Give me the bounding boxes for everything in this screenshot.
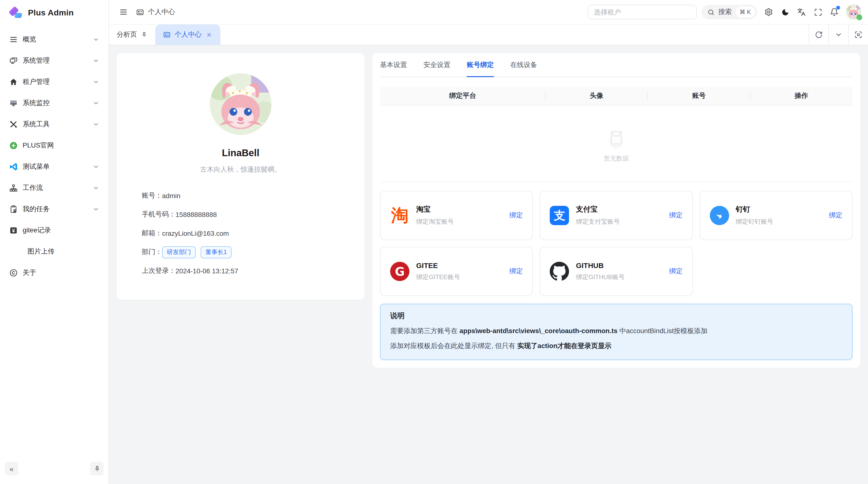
chevron-down-icon [93, 163, 99, 170]
fullscreen-icon [814, 8, 822, 16]
binding-title: 淘宝 [416, 205, 509, 214]
idcard-icon [163, 31, 171, 39]
tab-analytics[interactable]: 分析页 [109, 25, 155, 45]
sidebar-item-workflow[interactable]: 工作流 [4, 179, 104, 198]
dark-mode-toggle[interactable] [777, 4, 793, 20]
bind-gitee-link[interactable]: 绑定 [509, 267, 523, 276]
binding-title: GITHUB [576, 261, 669, 269]
profile-name: LinaBell [142, 148, 340, 159]
empty-state: 暂无数据 [380, 105, 852, 182]
chevron-down-icon [93, 57, 99, 64]
sidebar: Plus Admin 概览 系统管理 租户管理 [0, 0, 109, 484]
tenant-select-input[interactable] [588, 5, 696, 19]
chevron-down-icon [93, 78, 99, 85]
monitor-icon [9, 99, 18, 107]
dingtalk-icon [710, 206, 729, 225]
search-icon [707, 8, 714, 16]
profile-avatar [210, 73, 272, 135]
breadcrumb: 个人中心 [136, 8, 175, 17]
chevron-down-icon [93, 36, 99, 43]
notifications-button[interactable] [827, 4, 842, 20]
column-header-platform: 绑定平台 [380, 92, 546, 100]
user-avatar[interactable] [846, 4, 861, 20]
tab-options-button[interactable] [829, 25, 848, 45]
chevron-down-icon [93, 121, 99, 128]
binding-card-gitee: G GITEE 绑定GITEE账号 绑定 [380, 247, 533, 296]
sidebar-item-system-admin[interactable]: 系统管理 [4, 51, 104, 70]
maximize-content-button[interactable] [848, 25, 868, 45]
dual-monitor-icon [9, 56, 18, 65]
bind-dingtalk-link[interactable]: 绑定 [829, 211, 842, 220]
sidebar-item-overview[interactable]: 概览 [4, 30, 104, 49]
note-line-2: 添加对应模板后会在此处显示绑定, 但只有 实现了action才能在登录页显示 [390, 341, 842, 351]
sidebar-item-tenant-admin[interactable]: 租户管理 [4, 72, 104, 92]
bind-github-link[interactable]: 绑定 [669, 267, 683, 276]
profile-field-email: 邮箱： crazyLionLi@163.com [142, 227, 340, 239]
sidebar-footer: « [0, 458, 108, 484]
github-icon [550, 262, 569, 281]
taobao-icon: 淘 [390, 206, 409, 225]
top-header: 个人中心 搜索 ⌘ K [109, 0, 868, 25]
gear-icon [764, 8, 773, 17]
sidebar-item-system-tools[interactable]: 系统工具 [4, 115, 104, 134]
maximize-icon [855, 31, 862, 39]
note-line-1: 需要添加第三方账号在 apps\web-antd\src\views\_core… [390, 326, 842, 336]
sidebar-item-plus-website[interactable]: PLUS官网 [4, 136, 104, 155]
close-icon[interactable]: ✕ [206, 31, 213, 38]
sidebar-menu: 概览 系统管理 租户管理 系统监控 [0, 26, 108, 458]
sidebar-item-test-menu[interactable]: 测试菜单 [4, 157, 104, 176]
tab-profile-center[interactable]: 个人中心 ✕ [155, 25, 220, 45]
sidebar-item-gitee-record[interactable]: gitee记录 [4, 221, 104, 240]
binding-card-taobao: 淘 淘宝 绑定淘宝账号 绑定 [380, 191, 533, 240]
pushpin-icon[interactable] [141, 31, 148, 38]
sidebar-collapse-button[interactable]: « [5, 462, 18, 475]
settings-card: 基本设置 安全设置 账号绑定 在线设备 绑定平台 头像 账号 操作 暂无数据 [372, 53, 860, 367]
tab-account-binding[interactable]: 账号绑定 [467, 53, 494, 77]
chevron-down-icon [93, 185, 99, 191]
binding-title: 支付宝 [576, 205, 669, 214]
tab-bar: 分析页 个人中心 ✕ [109, 25, 868, 45]
bind-alipay-link[interactable]: 绑定 [669, 211, 683, 220]
vscode-icon [9, 162, 18, 171]
house-icon [9, 77, 18, 86]
sidebar-item-my-tasks[interactable]: 我的任务 [4, 200, 104, 219]
note-title: 说明 [390, 312, 842, 321]
refresh-button[interactable] [809, 25, 829, 45]
profile-field-account: 账号： admin [142, 189, 340, 202]
language-button[interactable] [794, 4, 809, 20]
empty-box-icon [603, 124, 629, 151]
profile-field-phone: 手机号码： 15888888888 [142, 208, 340, 221]
binding-desc: 绑定支付宝账号 [576, 218, 669, 226]
sidebar-item-about[interactable]: 关于 [4, 263, 104, 283]
tab-online-devices[interactable]: 在线设备 [510, 53, 537, 77]
online-status-dot [857, 14, 862, 20]
tab-security-settings[interactable]: 安全设置 [424, 53, 451, 77]
chevron-down-icon [93, 100, 99, 106]
chevron-down-icon [835, 31, 842, 39]
search-shortcut-badge: ⌘ K [736, 7, 755, 18]
global-search-button[interactable]: 搜索 ⌘ K [702, 5, 757, 19]
binding-title: 钉钉 [736, 205, 829, 214]
plus-circle-icon [9, 141, 18, 150]
main-area: 个人中心 搜索 ⌘ K [109, 0, 868, 484]
fullscreen-button[interactable] [810, 4, 826, 20]
sidebar-pin-button[interactable] [90, 462, 104, 475]
chevron-down-icon [93, 206, 99, 213]
pushpin-icon [93, 465, 100, 472]
sidebar-toggle-button[interactable] [116, 4, 131, 20]
app-logo[interactable]: Plus Admin [0, 0, 108, 26]
bind-taobao-link[interactable]: 绑定 [509, 211, 523, 220]
settings-button[interactable] [761, 4, 776, 20]
tab-basic-settings[interactable]: 基本设置 [380, 53, 407, 77]
idcard-icon [136, 8, 144, 16]
refresh-icon [815, 31, 823, 39]
sidebar-item-system-monitor[interactable]: 系统监控 [4, 94, 104, 113]
settings-tabs: 基本设置 安全设置 账号绑定 在线设备 [380, 53, 852, 77]
logo-mark-icon [9, 6, 23, 20]
binding-card-alipay: 支 支付宝 绑定支付宝账号 绑定 [540, 191, 693, 240]
sidebar-item-image-upload[interactable]: 图片上传 [4, 242, 104, 261]
app-root: Plus Admin 概览 系统管理 租户管理 [0, 0, 868, 484]
column-header-actions: 操作 [750, 92, 852, 100]
binding-desc: 绑定GITHUB账号 [576, 273, 669, 282]
workflow-icon [9, 184, 18, 192]
